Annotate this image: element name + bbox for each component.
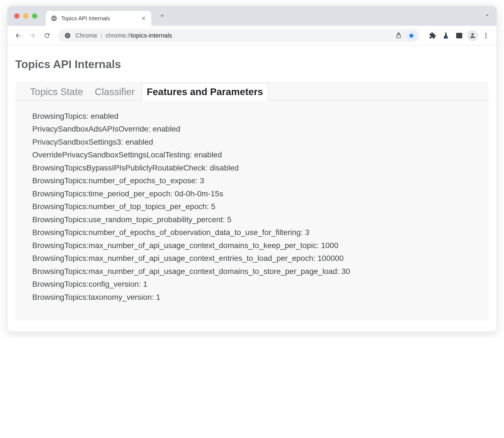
extensions-button[interactable] (426, 29, 439, 42)
panel-tabs: Topics State Classifier Features and Par… (16, 82, 488, 100)
globe-icon (51, 15, 57, 22)
feature-name: BrowsingTopicsBypassIPIsPubliclyRoutable… (32, 164, 206, 172)
forward-button[interactable] (26, 29, 39, 42)
feature-name: BrowsingTopics (32, 112, 87, 120)
svg-rect-3 (397, 35, 401, 38)
chrome-icon (64, 32, 71, 39)
feature-name: BrowsingTopics:max_number_of_api_usage_c… (32, 241, 317, 250)
feature-name: BrowsingTopics:taxonomy_version (32, 293, 152, 301)
feature-name: BrowsingTopics:max_number_of_api_usage_c… (32, 254, 313, 263)
feature-value: enabled (153, 125, 181, 133)
feature-name: BrowsingTopics:number_of_epochs_to_expos… (32, 176, 196, 185)
window-close-button[interactable] (14, 13, 19, 19)
browser-window: Topics API Internals Chrome | chrome://t… (7, 6, 497, 332)
feature-row: PrivacySandboxSettings3: enabled (32, 136, 483, 149)
feature-name: BrowsingTopics:use_random_topic_probabil… (32, 215, 223, 224)
feature-row: BrowsingTopics:number_of_epochs_to_expos… (32, 174, 483, 187)
tab-strip: Topics API Internals (8, 6, 496, 26)
feature-name: BrowsingTopics:time_period_per_epoch (32, 189, 171, 198)
page-title: Topics API Internals (15, 58, 489, 71)
feature-value: 3 (200, 176, 204, 185)
avatar (467, 30, 478, 41)
feature-value: 100000 (318, 254, 344, 263)
arrow-left-icon (14, 32, 22, 39)
omnibox[interactable]: Chrome | chrome://topics-internals (58, 29, 420, 42)
feature-value: enabled (125, 138, 153, 146)
url-origin-label: Chrome (75, 32, 97, 39)
feature-name: OverridePrivacySandboxSettingsLocalTesti… (32, 150, 190, 159)
side-panel-button[interactable] (453, 29, 465, 42)
star-icon (408, 32, 415, 39)
svg-point-9 (485, 37, 486, 38)
feature-name: BrowsingTopics:number_of_epochs_of_obser… (32, 228, 301, 237)
feature-value: 3 (305, 228, 310, 237)
feature-name: BrowsingTopics:config_version (32, 280, 139, 288)
back-button[interactable] (12, 29, 24, 42)
toolbar: Chrome | chrome://topics-internals (8, 26, 496, 45)
feature-name: PrivacySandboxSettings3 (32, 138, 121, 146)
feature-value: 1000 (321, 241, 338, 250)
panel: Topics State Classifier Features and Par… (15, 82, 489, 321)
feature-value: 30 (341, 267, 350, 276)
feature-value: 0d-0h-0m-15s (175, 189, 223, 198)
puzzle-icon (429, 32, 436, 39)
feature-row: OverridePrivacySandboxSettingsLocalTesti… (32, 149, 483, 161)
feature-row: BrowsingTopics:number_of_epochs_of_obser… (32, 226, 483, 239)
feature-value: 1 (156, 293, 160, 301)
tab-search-button[interactable] (481, 9, 493, 22)
feature-row: BrowsingTopics:max_number_of_api_usage_c… (32, 265, 483, 278)
feature-row: BrowsingTopics:config_version: 1 (32, 278, 483, 291)
feature-row: BrowsingTopics:time_period_per_epoch: 0d… (32, 187, 483, 200)
bookmark-button[interactable] (406, 30, 417, 41)
window-minimize-button[interactable] (23, 13, 28, 19)
feature-row: BrowsingTopics: enabled (32, 110, 483, 123)
window-controls (14, 13, 37, 19)
tab-topics-state[interactable]: Topics State (25, 83, 88, 100)
omnibox-actions (393, 30, 417, 41)
feature-row: BrowsingTopics:taxonomy_version: 1 (32, 291, 483, 304)
panel-icon (456, 32, 463, 39)
menu-button[interactable] (480, 29, 492, 42)
toolbar-icons (426, 29, 492, 42)
plus-icon (159, 13, 165, 19)
feature-row: BrowsingTopics:max_number_of_api_usage_c… (32, 252, 483, 265)
share-button[interactable] (393, 30, 404, 41)
window-maximize-button[interactable] (32, 13, 37, 19)
browser-tab[interactable]: Topics API Internals (46, 11, 151, 26)
kebab-icon (482, 32, 490, 39)
new-tab-button[interactable] (156, 10, 168, 22)
feature-row: BrowsingTopics:number_of_top_topics_per_… (32, 200, 483, 213)
svg-point-4 (446, 36, 448, 38)
url-scheme: chrome:// (105, 32, 131, 39)
feature-name: PrivacySandboxAdsAPIsOverride (32, 125, 148, 133)
svg-point-2 (67, 34, 68, 36)
feature-value: disabled (210, 164, 239, 172)
flask-icon (442, 32, 449, 39)
feature-value: enabled (194, 150, 222, 159)
tab-classifier[interactable]: Classifier (90, 83, 140, 100)
chevron-down-icon (484, 12, 490, 18)
tab-features-parameters[interactable]: Features and Parameters (142, 83, 268, 100)
svg-point-8 (485, 35, 486, 36)
feature-value: 5 (227, 215, 231, 224)
feature-value: 5 (211, 202, 216, 211)
feature-row: BrowsingTopics:use_random_topic_probabil… (32, 213, 483, 226)
person-icon (469, 32, 476, 39)
close-icon[interactable] (141, 16, 146, 21)
feature-list: BrowsingTopics: enabledPrivacySandboxAds… (16, 100, 488, 304)
svg-point-7 (485, 33, 486, 34)
feature-name: BrowsingTopics:number_of_top_topics_per_… (32, 202, 207, 211)
feature-row: BrowsingTopicsBypassIPIsPubliclyRoutable… (32, 162, 483, 174)
reload-button[interactable] (41, 29, 53, 42)
svg-rect-5 (456, 33, 462, 38)
arrow-right-icon (29, 32, 36, 39)
labs-button[interactable] (440, 29, 452, 42)
url-path: topics-internals (131, 32, 172, 39)
reload-icon (43, 32, 51, 39)
tab-title: Topics API Internals (61, 15, 137, 22)
share-icon (395, 32, 402, 39)
feature-row: PrivacySandboxAdsAPIsOverride: enabled (32, 123, 483, 135)
profile-button[interactable] (466, 29, 479, 42)
feature-value: enabled (91, 112, 118, 120)
feature-row: BrowsingTopics:max_number_of_api_usage_c… (32, 239, 483, 252)
